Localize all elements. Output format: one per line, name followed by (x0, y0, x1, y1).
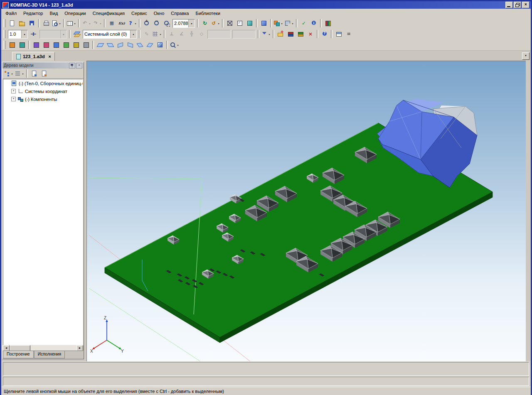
tree-coordinate-systems-expand[interactable]: + (11, 89, 16, 93)
model-info-button[interactable] (309, 19, 319, 28)
new-document-button[interactable] (7, 19, 17, 28)
context-help-button[interactable]: ?▾ (127, 19, 138, 28)
context-help-dropdown[interactable]: ▾ (134, 22, 137, 25)
zoom-in-button[interactable] (142, 19, 152, 28)
calculator-button[interactable]: ▦ (107, 19, 117, 28)
view-filters-dropdown[interactable]: ▾ (268, 33, 271, 36)
variables-button[interactable] (117, 19, 127, 28)
close-button[interactable]: × (522, 2, 530, 8)
toolbar-grip[interactable] (3, 41, 6, 49)
help-system-button[interactable] (320, 29, 330, 39)
toolbar-grip[interactable] (3, 19, 6, 27)
layers-button[interactable] (72, 29, 82, 39)
zoom-scale-combo[interactable]: 2.0788▾ (172, 19, 195, 28)
toolbar-grip[interactable] (3, 30, 6, 38)
detach-library-button[interactable]: × (305, 29, 315, 39)
current-step-dropdown[interactable]: ▾ (21, 30, 27, 38)
tree-components[interactable]: +(-) Компоненты (3, 95, 83, 103)
current-layer-combo[interactable]: Системный слой (0)▾ (83, 30, 137, 39)
tree-relations-dropdown[interactable]: ▾ (21, 72, 25, 75)
menu-specification[interactable]: Спецификация (89, 10, 128, 17)
menu-view[interactable]: Вид (46, 10, 61, 17)
rotate-model-button[interactable]: ↺▾ (210, 19, 221, 28)
properties-panel-button[interactable] (334, 29, 344, 39)
orientation-bottom-button[interactable] (125, 40, 135, 49)
display-quality-dropdown[interactable]: ▾ (280, 22, 283, 25)
menu-editor[interactable]: Редактор (20, 10, 46, 17)
document-manager-button[interactable]: ▾ (66, 19, 77, 28)
print-preview-dropdown[interactable]: ▾ (58, 22, 62, 25)
refresh-image-button[interactable]: ↻ (200, 19, 210, 28)
check-document-button[interactable]: ✓ (299, 19, 309, 28)
hidden-lines-display-button[interactable] (235, 19, 245, 28)
zoom-out-button[interactable] (152, 19, 162, 28)
menu-file[interactable]: Файл (2, 10, 20, 17)
model-viewport[interactable]: XYZ (86, 61, 526, 361)
orientation-front-button[interactable] (95, 40, 105, 49)
menu-window[interactable]: Окно (150, 10, 168, 17)
orientation-list-button[interactable]: ▾ (169, 40, 180, 49)
3d-scene-canvas[interactable]: XYZ (87, 61, 526, 361)
attach-library-button[interactable] (286, 29, 296, 39)
library-modes-button[interactable] (296, 29, 305, 39)
section-display-dropdown[interactable]: ▾ (291, 22, 294, 25)
step-options-button[interactable] (29, 29, 39, 39)
orientation-left-button[interactable] (135, 40, 145, 49)
orientation-back-button[interactable] (105, 40, 115, 49)
orientation-right-button[interactable] (145, 40, 155, 49)
menu-help[interactable]: Справка (167, 10, 192, 17)
tab-close-button[interactable]: × (47, 54, 51, 59)
menu-service[interactable]: Сервис (128, 10, 150, 17)
print-preview-button[interactable]: ▾ (51, 19, 62, 28)
current-step-combo[interactable]: 1.0▾ (8, 30, 28, 39)
grid-dropdown[interactable]: ▾ (159, 33, 162, 36)
save-document-button[interactable] (27, 19, 37, 28)
view-filters-button[interactable]: ▾ (261, 29, 271, 39)
display-quality-button[interactable]: ▾ (273, 19, 284, 28)
orientation-top-button[interactable] (115, 40, 125, 49)
perspective-display-button[interactable] (259, 19, 269, 28)
library-shelf-button[interactable] (323, 19, 333, 28)
orientation-list-dropdown[interactable]: ▾ (176, 44, 180, 47)
pin-panel-button[interactable] (69, 63, 75, 69)
edit-part-button[interactable] (7, 40, 17, 49)
panel-surfaces-button[interactable] (41, 40, 51, 49)
restore-button[interactable] (514, 2, 521, 8)
menu-operations[interactable]: Операции (61, 10, 89, 17)
tree-horizontal-scrollbar[interactable]: ◄ ► (3, 345, 83, 351)
orientation-isometry-button[interactable] (155, 40, 165, 49)
panel-auxiliary-button[interactable] (51, 40, 61, 49)
edit-sketch-button[interactable] (17, 40, 27, 49)
panel-measure-button[interactable] (61, 40, 71, 49)
rotate-model-dropdown[interactable]: ▾ (217, 22, 220, 25)
panel-filters-button[interactable] (71, 40, 81, 49)
scroll-track[interactable] (10, 345, 76, 351)
print-button[interactable] (41, 19, 51, 28)
tree-tab-versions[interactable]: Исполнения (34, 351, 65, 358)
document-tab[interactable]: 123_1.a3d × (12, 52, 55, 61)
tree-additional-window-button[interactable] (39, 69, 49, 78)
panel-specification-button[interactable] (81, 40, 91, 49)
panel-features-button[interactable] (31, 40, 41, 49)
tree-structure-dropdown[interactable]: ▾ (10, 72, 14, 75)
minimize-button[interactable] (505, 2, 513, 8)
new-library-folder-button[interactable] (276, 29, 286, 39)
tree-relations-button[interactable]: ▾ (14, 69, 25, 78)
tree-components-expand[interactable]: + (11, 97, 16, 101)
zoom-area-button[interactable] (162, 19, 172, 28)
current-layer-dropdown[interactable]: ▾ (130, 30, 136, 38)
tree-structure-button[interactable]: ▾ (3, 69, 14, 78)
document-manager-dropdown[interactable]: ▾ (73, 22, 76, 25)
tree-root-assembly[interactable]: (-) (Тел-0, Сборочных единиц-0, (3, 79, 83, 87)
shaded-display-button[interactable] (245, 19, 255, 28)
section-display-button[interactable]: ▾ (284, 19, 295, 28)
document-structure-button[interactable]: ≡ (344, 29, 354, 39)
zoom-scale-dropdown[interactable]: ▾ (188, 20, 195, 27)
window-list-dropdown[interactable]: ▼ (522, 52, 530, 60)
tree-coordinate-systems[interactable]: +Системы координат (3, 87, 83, 95)
tree-doc-sections-button[interactable] (29, 69, 39, 78)
open-document-button[interactable] (17, 19, 27, 28)
grid-button[interactable]: ▾ (152, 29, 163, 39)
menu-libraries[interactable]: Библиотеки (192, 10, 224, 17)
tree-tab-construction[interactable]: Построение (3, 351, 34, 358)
